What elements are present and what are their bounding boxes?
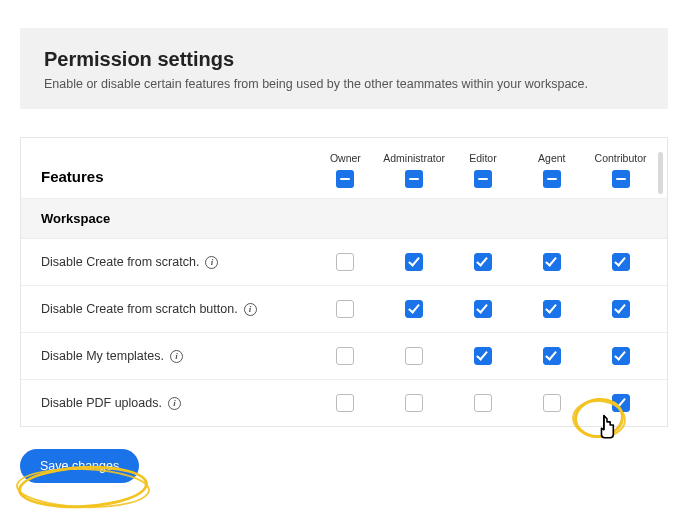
checkbox-contributor[interactable] — [612, 347, 630, 365]
header-card: Permission settings Enable or disable ce… — [20, 28, 668, 109]
checkbox-agent[interactable] — [543, 253, 561, 271]
save-button[interactable]: Save changes — [20, 449, 139, 483]
info-icon[interactable]: i — [244, 303, 257, 316]
row-text: Disable Create from scratch button. — [41, 302, 238, 316]
features-heading: Features — [41, 152, 311, 185]
info-icon[interactable]: i — [170, 350, 183, 363]
column-label: Contributor — [595, 152, 647, 164]
checkbox-agent[interactable] — [543, 394, 561, 412]
checkbox-contributor[interactable] — [612, 394, 630, 412]
column-administrator: Administrator — [380, 152, 449, 188]
checkbox-administrator[interactable] — [405, 300, 423, 318]
column-toggle-administrator[interactable] — [405, 170, 423, 188]
table-row: Disable PDF uploads. i — [21, 380, 667, 426]
page-title: Permission settings — [44, 48, 644, 71]
column-agent: Agent — [517, 152, 586, 188]
row-label: Disable Create from scratch button. i — [41, 302, 311, 316]
column-label: Editor — [469, 152, 496, 164]
checkbox-contributor[interactable] — [612, 300, 630, 318]
checkbox-editor[interactable] — [474, 394, 492, 412]
info-icon[interactable]: i — [205, 256, 218, 269]
checkbox-administrator[interactable] — [405, 253, 423, 271]
column-toggle-contributor[interactable] — [612, 170, 630, 188]
table-header: Features Owner Administrator Editor Agen… — [21, 138, 667, 198]
row-text: Disable PDF uploads. — [41, 396, 162, 410]
page-subtitle: Enable or disable certain features from … — [44, 77, 644, 91]
checkbox-editor[interactable] — [474, 347, 492, 365]
checkbox-owner[interactable] — [336, 300, 354, 318]
row-text: Disable Create from scratch. — [41, 255, 199, 269]
column-label: Owner — [330, 152, 361, 164]
row-label: Disable My templates. i — [41, 349, 311, 363]
checkbox-administrator[interactable] — [405, 394, 423, 412]
row-text: Disable My templates. — [41, 349, 164, 363]
row-label: Disable Create from scratch. i — [41, 255, 311, 269]
checkbox-owner[interactable] — [336, 253, 354, 271]
column-toggle-editor[interactable] — [474, 170, 492, 188]
column-contributor: Contributor — [586, 152, 655, 188]
column-editor: Editor — [449, 152, 518, 188]
column-toggle-agent[interactable] — [543, 170, 561, 188]
column-owner: Owner — [311, 152, 380, 188]
checkbox-administrator[interactable] — [405, 347, 423, 365]
column-label: Administrator — [383, 152, 445, 164]
checkbox-contributor[interactable] — [612, 253, 630, 271]
section-workspace: Workspace — [21, 198, 667, 239]
table-row: Disable Create from scratch. i — [21, 239, 667, 286]
checkbox-editor[interactable] — [474, 300, 492, 318]
checkbox-owner[interactable] — [336, 394, 354, 412]
table-row: Disable My templates. i — [21, 333, 667, 380]
row-label: Disable PDF uploads. i — [41, 396, 311, 410]
checkbox-agent[interactable] — [543, 300, 561, 318]
actions-row: Save changes — [20, 427, 668, 483]
permissions-table: Features Owner Administrator Editor Agen… — [20, 137, 668, 427]
scrollbar[interactable] — [658, 152, 663, 194]
column-toggle-owner[interactable] — [336, 170, 354, 188]
info-icon[interactable]: i — [168, 397, 181, 410]
checkbox-agent[interactable] — [543, 347, 561, 365]
column-label: Agent — [538, 152, 565, 164]
checkbox-editor[interactable] — [474, 253, 492, 271]
table-row: Disable Create from scratch button. i — [21, 286, 667, 333]
checkbox-owner[interactable] — [336, 347, 354, 365]
